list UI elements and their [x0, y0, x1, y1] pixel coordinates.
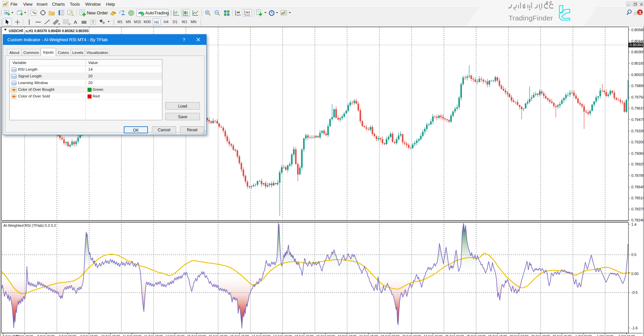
- svg-text:-0.5: -0.5: [631, 290, 638, 294]
- svg-text:E: E: [58, 22, 60, 25]
- svg-text:F: F: [69, 23, 70, 25]
- svg-text:1.4: 1.4: [631, 222, 636, 226]
- svg-text:18 Sep 15:00: 18 Sep 15:00: [294, 334, 314, 336]
- svg-text:23 Sep 07:00: 23 Sep 07:00: [381, 334, 400, 336]
- svg-text:0.79200: 0.79200: [631, 140, 644, 144]
- svg-text:23 Sep 23:00: 23 Sep 23:00: [402, 334, 421, 336]
- svg-text:1 Oct 23:00: 1 Oct 23:00: [597, 334, 613, 336]
- svg-text:0.80165: 0.80165: [631, 61, 644, 65]
- svg-text:123: 123: [12, 69, 17, 72]
- svg-text:19 Sep 07:00: 19 Sep 07:00: [316, 334, 335, 336]
- svg-text:T: T: [92, 20, 95, 25]
- svg-text:0.79060: 0.79060: [631, 151, 644, 155]
- svg-text:A: A: [74, 19, 77, 25]
- svg-text:17 Sep 07:00: 17 Sep 07:00: [252, 334, 271, 336]
- svg-text:15 Sep 07:00: 15 Sep 07:00: [187, 334, 206, 336]
- svg-text:11 Sep 07:00: 11 Sep 07:00: [123, 334, 142, 336]
- svg-text:25 Sep 07:00: 25 Sep 07:00: [445, 334, 464, 336]
- svg-text:TradingFinder: TradingFinder: [508, 14, 553, 22]
- svg-text:30 Sep 15:00: 30 Sep 15:00: [552, 334, 572, 336]
- svg-text:9 Sep 07:00: 9 Sep 07:00: [59, 334, 76, 336]
- svg-text:8 Sep 15:00: 8 Sep 15:00: [38, 334, 55, 336]
- svg-text:0.78240: 0.78240: [631, 218, 644, 222]
- svg-text:USDCHF_o,H1 0.80370 0.80430 0: USDCHF_o,H1 0.80370 0.80430 0.80362 0.80…: [9, 29, 89, 33]
- svg-text:123: 123: [12, 82, 17, 85]
- svg-text:29 Sep 23:00: 29 Sep 23:00: [531, 334, 550, 336]
- svg-text:5 Sep 23:00: 5 Sep 23:00: [16, 334, 33, 336]
- svg-text:10 Sep 15:00: 10 Sep 15:00: [101, 334, 120, 336]
- svg-text:0.79475: 0.79475: [631, 118, 644, 122]
- svg-text:0.78785: 0.78785: [631, 174, 644, 178]
- svg-text:0.79615: 0.79615: [631, 106, 644, 110]
- svg-text:1: 1: [639, 10, 641, 15]
- svg-text:0.78645: 0.78645: [631, 185, 644, 189]
- svg-text:29 Sep 07:00: 29 Sep 07:00: [509, 334, 529, 336]
- svg-text:12 Sep 15:00: 12 Sep 15:00: [166, 334, 185, 336]
- svg-text:0.78510: 0.78510: [631, 196, 644, 200]
- svg-text:AI-Weighted RSI (TFlab) 0.3 0.: AI-Weighted RSI (TFlab) 0.3 0.2: [3, 223, 56, 227]
- svg-text:22 Sep 15:00: 22 Sep 15:00: [359, 334, 378, 336]
- svg-text:0.80393: 0.80393: [630, 43, 643, 47]
- svg-text:1 Oct 07:00: 1 Oct 07:00: [575, 334, 592, 336]
- svg-text:0.79890: 0.79890: [631, 84, 644, 88]
- svg-text:26 Sep 15:00: 26 Sep 15:00: [488, 334, 507, 336]
- svg-text:0.78375: 0.78375: [631, 207, 644, 211]
- svg-text:0.78925: 0.78925: [631, 162, 644, 166]
- svg-text:0.79750: 0.79750: [631, 95, 644, 99]
- svg-text:-1.6: -1.6: [631, 326, 638, 330]
- svg-text:11 Sep 23:00: 11 Sep 23:00: [144, 334, 163, 336]
- svg-text:0.80305: 0.80305: [631, 50, 644, 54]
- svg-text:0.79335: 0.79335: [631, 129, 644, 133]
- svg-text:0.80440: 0.80440: [631, 39, 644, 43]
- svg-text:25 Sep 23:00: 25 Sep 23:00: [467, 334, 486, 336]
- svg-text:0.5: 0.5: [631, 253, 636, 257]
- svg-text:15 Sep 23:00: 15 Sep 23:00: [209, 334, 228, 336]
- svg-text:0.00: 0.00: [631, 272, 638, 276]
- svg-text:0.80025: 0.80025: [631, 73, 644, 77]
- svg-text:9 Sep 23:00: 9 Sep 23:00: [80, 334, 98, 336]
- svg-text:17 Sep 23:00: 17 Sep 23:00: [273, 334, 292, 336]
- svg-text:19 Sep 23:00: 19 Sep 23:00: [337, 334, 357, 336]
- svg-text:2 Oct 15:00: 2 Oct 15:00: [618, 334, 635, 336]
- svg-text:0.80580: 0.80580: [631, 28, 644, 32]
- svg-text:16 Sep 15:00: 16 Sep 15:00: [230, 334, 249, 336]
- svg-text:24 Sep 15:00: 24 Sep 15:00: [424, 334, 443, 336]
- svg-text:123: 123: [12, 75, 17, 78]
